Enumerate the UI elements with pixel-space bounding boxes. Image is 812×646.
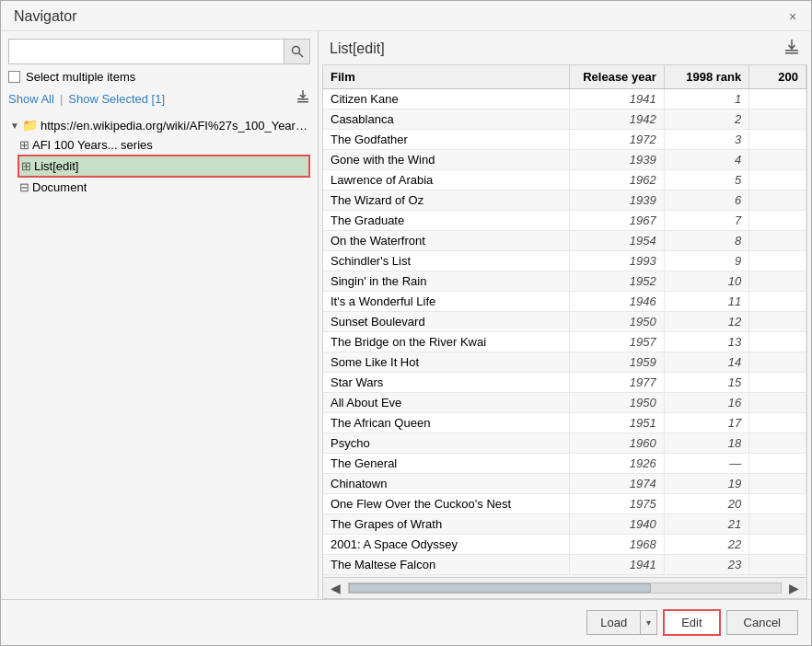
left-panel: Select multiple items Show All | Show Se… (1, 31, 319, 599)
cell-rank-200 (749, 332, 806, 352)
table-row: Sunset Boulevard 1950 12 (323, 312, 806, 332)
table-row: One Flew Over the Cuckoo's Nest 1975 20 (323, 494, 806, 514)
scroll-track[interactable] (348, 583, 782, 594)
cell-rank-200 (749, 413, 806, 433)
tree-node-document[interactable]: ⊟ Document (17, 178, 310, 197)
cell-film: Schindler's List (323, 251, 569, 271)
cell-year: 1975 (569, 494, 664, 514)
tree-node-list[interactable]: ⊞ List[edit] (17, 155, 310, 178)
table-row: Casablanca 1942 2 (323, 110, 806, 130)
table-row: The Maltese Falcon 1941 23 (323, 555, 806, 575)
tree-node-root[interactable]: ▼ 📁 https://en.wikipedia.org/wiki/AFI%27… (8, 115, 310, 135)
tree-node-root-label: https://en.wikipedia.org/wiki/AFI%27s_10… (41, 119, 308, 133)
col-film: Film (323, 65, 569, 89)
cell-rank-200 (749, 271, 806, 292)
cell-film: Sunset Boulevard (323, 312, 569, 332)
dialog-title: Navigator (14, 8, 76, 25)
table-body: Citizen Kane 1941 1 Casablanca 1942 2 Th… (323, 89, 806, 575)
show-divider: | (60, 92, 63, 106)
title-bar: Navigator × (1, 1, 811, 31)
cell-rank-1998: 1 (664, 89, 749, 110)
cell-rank-1998: 9 (664, 251, 749, 271)
cell-year: 1942 (569, 110, 664, 130)
cell-rank-200 (749, 312, 806, 332)
edit-button[interactable]: Edit (663, 609, 720, 636)
cell-year: 1926 (569, 454, 664, 474)
table-row: The African Queen 1951 17 (323, 413, 806, 433)
table-row: The General 1926 — (323, 454, 806, 474)
navigator-dialog: Navigator × Select multiple items (0, 0, 812, 646)
export-icon[interactable] (296, 89, 310, 108)
table-icon-list: ⊞ (21, 159, 31, 173)
cell-year: 1952 (569, 271, 664, 292)
cell-rank-1998: 16 (664, 393, 749, 413)
cell-rank-200 (749, 211, 806, 231)
cell-year: 1951 (569, 413, 664, 433)
bottom-bar: Load ▾ Edit Cancel (1, 599, 811, 645)
search-input[interactable] (9, 41, 284, 63)
folder-icon: 📁 (22, 118, 38, 133)
table-row: Some Like It Hot 1959 14 (323, 352, 806, 373)
cell-film: 2001: A Space Odyssey (323, 535, 569, 555)
right-title: List[edit] (330, 40, 385, 57)
svg-rect-4 (785, 50, 798, 52)
cell-film: Singin' in the Rain (323, 271, 569, 292)
cell-rank-1998: 13 (664, 332, 749, 352)
cell-film: The Graduate (323, 211, 569, 231)
cell-year: 1993 (569, 251, 664, 271)
right-export-icon[interactable] (783, 39, 800, 59)
cell-film: On the Waterfront (323, 231, 569, 251)
search-button[interactable] (284, 40, 309, 63)
close-button[interactable]: × (785, 9, 800, 24)
content-area: Select multiple items Show All | Show Se… (1, 31, 811, 599)
cell-rank-1998: 14 (664, 352, 749, 373)
cell-year: 1950 (569, 312, 664, 332)
tree-node-series[interactable]: ⊞ AFI 100 Years... series (17, 135, 310, 155)
cell-rank-200 (749, 494, 806, 514)
cell-film: Some Like It Hot (323, 352, 569, 373)
col-release-year: Release year (569, 65, 664, 89)
cancel-button[interactable]: Cancel (726, 610, 798, 635)
scroll-left-button[interactable]: ◀ (327, 580, 344, 596)
cell-rank-1998: 6 (664, 190, 749, 211)
search-box (8, 39, 310, 64)
document-icon: ⊟ (19, 180, 29, 194)
show-all-link[interactable]: Show All (8, 92, 54, 106)
scroll-thumb (349, 583, 651, 593)
select-multiple-checkbox[interactable] (8, 71, 20, 83)
chevron-down-icon: ▼ (10, 121, 19, 131)
select-multiple-row: Select multiple items (8, 70, 310, 84)
cell-year: 1977 (569, 373, 664, 393)
cell-film: The Godfather (323, 130, 569, 150)
cell-rank-1998: 4 (664, 150, 749, 170)
cell-film: The Grapes of Wrath (323, 514, 569, 535)
cell-year: 1940 (569, 514, 664, 535)
cell-film: Lawrence of Arabia (323, 170, 569, 190)
cell-rank-1998: 15 (664, 373, 749, 393)
cell-year: 1960 (569, 433, 664, 454)
cell-year: 1962 (569, 170, 664, 190)
cell-rank-1998: 21 (664, 514, 749, 535)
cell-rank-1998: 8 (664, 231, 749, 251)
cell-film: The African Queen (323, 413, 569, 433)
cell-rank-200 (749, 190, 806, 211)
cell-rank-200 (749, 393, 806, 413)
table-scroll-wrapper[interactable]: Film Release year 1998 rank 200 Citizen … (322, 64, 807, 578)
cell-film: Casablanca (323, 110, 569, 130)
table-row: The Wizard of Oz 1939 6 (323, 190, 806, 211)
load-button[interactable]: Load (587, 611, 641, 634)
cell-rank-200 (749, 110, 806, 130)
scroll-right-button[interactable]: ▶ (785, 580, 803, 596)
cell-rank-200 (749, 454, 806, 474)
cell-year: 1941 (569, 89, 664, 110)
cell-film: The General (323, 454, 569, 474)
cell-rank-200 (749, 150, 806, 170)
cell-film: One Flew Over the Cuckoo's Nest (323, 494, 569, 514)
cell-year: 1939 (569, 190, 664, 211)
cell-rank-1998: — (664, 454, 749, 474)
cell-year: 1959 (569, 352, 664, 373)
load-dropdown-button[interactable]: ▾ (641, 611, 656, 634)
cell-rank-1998: 12 (664, 312, 749, 332)
show-selected-link[interactable]: Show Selected [1] (68, 92, 165, 106)
table-container: Film Release year 1998 rank 200 Citizen … (322, 64, 807, 599)
